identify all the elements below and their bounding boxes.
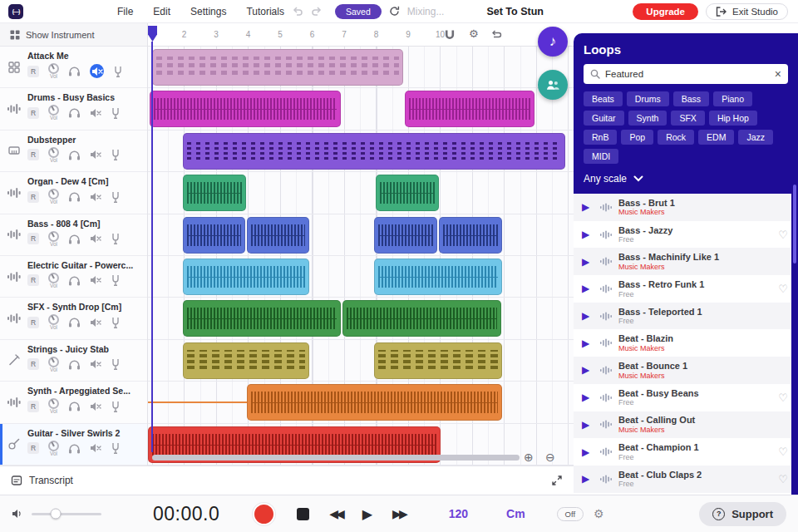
headphones-icon[interactable] [68, 443, 81, 454]
metronome-toggle[interactable]: Off [557, 507, 584, 521]
audio-clip[interactable] [247, 384, 502, 421]
track-row[interactable]: Strings - Juicy StabRVol [0, 340, 147, 382]
headphones-icon[interactable] [68, 150, 81, 160]
volume-knob[interactable]: Vol [48, 189, 59, 204]
snap-magnet-icon[interactable] [444, 29, 456, 41]
track-row[interactable]: DubstepperRVol [0, 131, 147, 172]
tag-jazz[interactable]: Jazz [738, 130, 773, 145]
menu-tutorials[interactable]: Tutorials [246, 6, 284, 17]
volume-knob[interactable]: Vol [48, 398, 59, 414]
play-loop-button[interactable]: ▶ [582, 446, 594, 458]
heart-icon[interactable]: ♡ [778, 446, 788, 458]
master-volume-icon[interactable] [12, 509, 23, 519]
record-arm-button[interactable]: R [27, 191, 39, 203]
app-logo-icon[interactable]: (—) [8, 4, 23, 19]
audio-clip[interactable] [405, 91, 534, 127]
track-row[interactable]: Attack MeRVol [0, 47, 147, 88]
heart-icon[interactable]: ♡ [778, 283, 788, 295]
audio-clip[interactable] [150, 91, 341, 127]
audio-clip[interactable] [148, 401, 247, 403]
mute-icon[interactable] [90, 275, 101, 285]
record-button[interactable] [253, 503, 275, 525]
tuning-fork-icon[interactable] [111, 274, 121, 286]
play-loop-button[interactable]: ▶ [582, 256, 594, 268]
volume-knob[interactable]: Vol [48, 105, 59, 121]
loop-item[interactable]: ▶Bass - Brut 1Music Makers [574, 194, 798, 221]
menu-settings[interactable]: Settings [190, 6, 226, 17]
loop-item[interactable]: ▶Beat - Busy BeansFree♡ [574, 384, 798, 411]
loop-toggle-icon[interactable] [490, 29, 502, 39]
play-loop-button[interactable]: ▶ [582, 310, 594, 322]
key-signature[interactable]: Cm [506, 507, 525, 520]
track-row[interactable]: Drums - Busy BasicsRVol [0, 88, 147, 130]
zoom-in-icon[interactable]: ⊕ [524, 451, 534, 464]
audio-clip[interactable] [374, 217, 437, 254]
play-loop-button[interactable]: ▶ [582, 337, 594, 349]
play-loop-button[interactable]: ▶ [582, 419, 594, 431]
audio-clip[interactable] [374, 342, 502, 379]
tuning-fork-icon[interactable] [111, 149, 121, 160]
clear-search-icon[interactable]: × [775, 69, 781, 79]
timeline-scrollbar[interactable] [152, 455, 520, 461]
track-row[interactable]: Bass - 808 4 [Cm]RVol [0, 214, 147, 256]
play-loop-button[interactable]: ▶ [582, 283, 594, 294]
audio-clip[interactable] [342, 300, 501, 337]
volume-knob[interactable]: Vol [48, 314, 59, 330]
audio-clip[interactable] [183, 259, 309, 295]
record-arm-button[interactable]: R [27, 358, 39, 370]
tag-rock[interactable]: Rock [658, 130, 694, 145]
arrangement-grid[interactable] [148, 47, 574, 466]
tuning-fork-icon[interactable] [113, 66, 123, 77]
tag-rnb[interactable]: RnB [584, 130, 617, 145]
expand-icon[interactable] [551, 475, 563, 486]
track-row[interactable]: Organ - Dew 4 [Cm]RVol [0, 172, 147, 214]
show-instrument-toggle[interactable]: Show Instrument [0, 23, 147, 47]
volume-slider-thumb[interactable] [50, 509, 61, 520]
scale-filter-dropdown[interactable]: Any scale [584, 171, 788, 186]
collaboration-button[interactable] [538, 70, 568, 100]
tag-synth[interactable]: Synth [628, 111, 667, 126]
volume-knob[interactable]: Vol [48, 147, 59, 163]
headphones-icon[interactable] [68, 191, 81, 202]
headphones-icon[interactable] [68, 275, 81, 286]
volume-knob[interactable]: Vol [48, 441, 59, 456]
menu-edit[interactable]: Edit [153, 6, 170, 17]
play-loop-button[interactable]: ▶ [582, 364, 594, 376]
audio-clip[interactable] [183, 342, 309, 379]
audio-clip[interactable] [183, 217, 245, 254]
audio-clip[interactable] [152, 49, 403, 86]
loops-scrollbar[interactable] [791, 181, 798, 495]
tuning-fork-icon[interactable] [111, 442, 121, 454]
tuning-fork-icon[interactable] [111, 317, 121, 328]
audio-clip[interactable] [439, 217, 502, 254]
loop-item[interactable]: ▶Beat - Calling OutMusic Makers [574, 411, 798, 439]
tag-sfx[interactable]: SFX [671, 111, 704, 126]
headphones-icon[interactable] [68, 401, 81, 411]
transport-settings-icon[interactable]: ⚙ [594, 507, 604, 520]
tuning-fork-icon[interactable] [111, 401, 121, 412]
mute-icon[interactable] [90, 359, 101, 369]
play-loop-button[interactable]: ▶ [582, 201, 594, 213]
mute-icon[interactable] [90, 401, 101, 411]
tag-drums[interactable]: Drums [627, 91, 669, 106]
loop-item[interactable]: ▶Bass - Machinify Like 1Music Makers [574, 248, 798, 275]
zoom-out-icon[interactable]: ⊖ [545, 451, 555, 464]
rewind-button[interactable]: ◀◀ [329, 507, 342, 520]
bpm-value[interactable]: 120 [449, 507, 468, 520]
loop-item[interactable]: ▶Bass - Teleported 1Free [574, 303, 798, 330]
volume-knob[interactable]: Vol [48, 273, 59, 288]
headphones-icon[interactable] [68, 107, 81, 118]
volume-knob[interactable]: Vol [48, 63, 59, 79]
tag-bass[interactable]: Bass [673, 91, 709, 106]
project-title[interactable]: Set To Stun [486, 6, 544, 17]
undo-icon[interactable] [292, 7, 303, 16]
tag-piano[interactable]: Piano [713, 91, 752, 106]
tuning-fork-icon[interactable] [111, 233, 121, 244]
loops-search-box[interactable]: × [584, 64, 788, 84]
headphones-icon[interactable] [68, 359, 81, 370]
timeline-settings-icon[interactable]: ⚙ [469, 28, 479, 40]
transcript-bar[interactable]: Transcript [0, 466, 574, 495]
mute-icon[interactable] [90, 234, 101, 244]
loop-item[interactable]: ▶Bass - Retro Funk 1Free♡ [574, 275, 798, 303]
track-row[interactable]: Electric Guitar - Powerc...RVol [0, 256, 147, 298]
